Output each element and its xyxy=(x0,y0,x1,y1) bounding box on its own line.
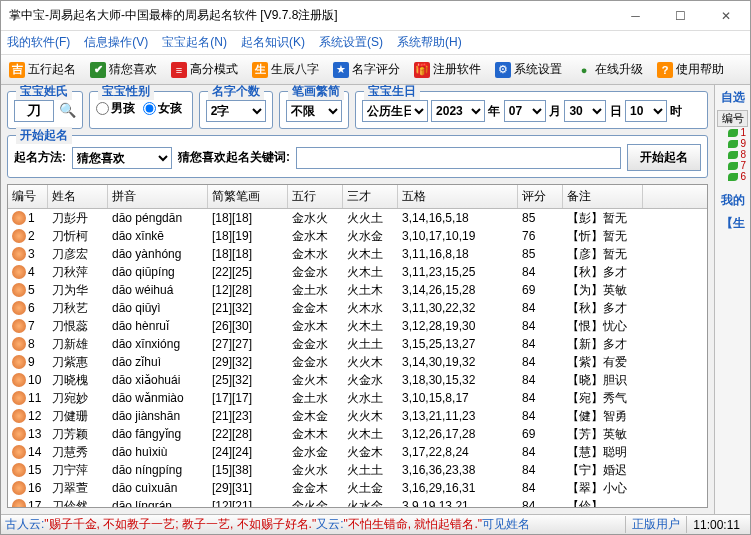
surname-group: 宝宝姓氏 🔍 xyxy=(7,91,83,129)
toolbar-生辰八字[interactable]: 生生辰八字 xyxy=(248,59,323,80)
fav-item[interactable]: 1 xyxy=(717,127,748,138)
名字评分-icon: ★ xyxy=(333,62,349,78)
fav-item[interactable]: 8 xyxy=(717,149,748,160)
col-header[interactable]: 五格 xyxy=(398,185,518,208)
table-row[interactable]: 2刀忻柯dāo xīnkē[18][19]金水木火水金3,10,17,10,19… xyxy=(8,227,707,245)
face-icon xyxy=(12,301,26,315)
table-row[interactable]: 17刀伶然dāo língrán[12][21]金火金火水金3,9,19,13,… xyxy=(8,497,707,507)
male-radio[interactable]: 男孩 xyxy=(96,100,135,117)
close-button[interactable]: ✕ xyxy=(703,2,748,30)
gender-group: 宝宝性别 男孩 女孩 xyxy=(89,91,192,129)
toolbar-注册软件[interactable]: 🎁注册软件 xyxy=(410,59,485,80)
col-header[interactable]: 编号 xyxy=(8,185,48,208)
face-icon xyxy=(12,319,26,333)
系统设置-icon: ⚙ xyxy=(495,62,511,78)
count-select[interactable]: 2字 xyxy=(206,100,266,122)
window-title: 掌中宝-周易起名大师-中国最棒的周易起名软件 [V9.7.8注册版] xyxy=(9,7,613,24)
face-icon xyxy=(12,247,26,261)
month-select[interactable]: 07 xyxy=(504,100,546,122)
menu-item[interactable]: 系统设置(S) xyxy=(319,34,383,51)
face-icon xyxy=(12,481,26,495)
高分模式-icon: ≡ xyxy=(171,62,187,78)
hour-select[interactable]: 10 xyxy=(625,100,667,122)
menu-item[interactable]: 起名知识(K) xyxy=(241,34,305,51)
year-select[interactable]: 2023 xyxy=(431,100,485,122)
face-icon xyxy=(12,355,26,369)
toolbar-高分模式[interactable]: ≡高分模式 xyxy=(167,59,242,80)
col-header[interactable]: 五行 xyxy=(288,185,343,208)
menu-item[interactable]: 我的软件(F) xyxy=(7,34,70,51)
table-row[interactable]: 14刀慧秀dāo huìxiù[24][24]金水金火金木3,17,22,8,2… xyxy=(8,443,707,461)
toolbar-五行起名[interactable]: 吉五行起名 xyxy=(5,59,80,80)
face-icon xyxy=(12,463,26,477)
col-header[interactable]: 备注 xyxy=(563,185,643,208)
menu-item[interactable]: 宝宝起名(N) xyxy=(162,34,227,51)
method-label: 起名方法: xyxy=(14,149,66,166)
table-row[interactable]: 7刀恨蕊dāo hènruǐ[26][30]金水木火木土3,12,28,19,3… xyxy=(8,317,707,335)
calendar-select[interactable]: 公历生日 xyxy=(362,100,428,122)
surname-input[interactable] xyxy=(14,100,54,122)
table-row[interactable]: 4刀秋萍dāo qiūpíng[22][25]金金水火木土3,11,23,15,… xyxy=(8,263,707,281)
face-icon xyxy=(12,445,26,459)
right-mine: 我的 xyxy=(717,192,748,209)
status-quote: 古人云:"赐子千金, 不如教子一艺; 教子一艺, 不如赐子好名."又云:"不怕生… xyxy=(5,516,625,533)
生辰八字-icon: 生 xyxy=(252,62,268,78)
toolbar-在线升级[interactable]: ●在线升级 xyxy=(572,59,647,80)
toolbar-使用帮助[interactable]: ?使用帮助 xyxy=(653,59,728,80)
face-icon xyxy=(12,211,26,225)
maximize-button[interactable]: ☐ xyxy=(658,2,703,30)
method-select[interactable]: 猜您喜欢 xyxy=(72,147,172,169)
toolbar-猜您喜欢[interactable]: ✔猜您喜欢 xyxy=(86,59,161,80)
使用帮助-icon: ? xyxy=(657,62,673,78)
status-reg: 正版用户 xyxy=(625,516,687,533)
face-icon xyxy=(12,265,26,279)
fav-item[interactable]: 7 xyxy=(717,160,748,171)
table-row[interactable]: 12刀健珊dāo jiànshān[21][23]金木金火火木3,13,21,1… xyxy=(8,407,707,425)
face-icon xyxy=(12,391,26,405)
face-icon xyxy=(12,229,26,243)
status-clock: 11:00:11 xyxy=(687,518,746,532)
trad-group: 笔画繁简 不限 xyxy=(279,91,349,129)
table-row[interactable]: 15刀宁萍dāo níngpíng[15][38]金火水火土土3,16,36,2… xyxy=(8,461,707,479)
table-row[interactable]: 1刀彭丹dāo péngdān[18][18]金水火火火土3,14,16,5,1… xyxy=(8,209,707,227)
day-select[interactable]: 30 xyxy=(564,100,606,122)
fav-item[interactable]: 6 xyxy=(717,171,748,182)
col-header[interactable]: 三才 xyxy=(343,185,398,208)
minimize-button[interactable]: ─ xyxy=(613,2,658,30)
trad-select[interactable]: 不限 xyxy=(286,100,342,122)
toolbar-名字评分[interactable]: ★名字评分 xyxy=(329,59,404,80)
col-header[interactable]: 姓名 xyxy=(48,185,108,208)
table-row[interactable]: 5刀为华dāo wéihuá[12][28]金土水火土木3,14,26,15,2… xyxy=(8,281,707,299)
col-header[interactable]: 简繁笔画 xyxy=(208,185,288,208)
keyword-input[interactable] xyxy=(296,147,621,169)
在线升级-icon: ● xyxy=(576,62,592,78)
right-col: 编号 xyxy=(717,110,748,127)
table-row[interactable]: 9刀紫惠dāo zǐhuì[29][32]金金水火火木3,14,30,19,32… xyxy=(8,353,707,371)
face-icon xyxy=(12,337,26,351)
table-row[interactable]: 3刀彦宏dāo yànhóng[18][18]金木水火木土3,11,16,8,1… xyxy=(8,245,707,263)
fav-item[interactable]: 9 xyxy=(717,138,748,149)
猜您喜欢-icon: ✔ xyxy=(90,62,106,78)
col-header[interactable]: 评分 xyxy=(518,185,563,208)
table-row[interactable]: 10刀晓槐dāo xiǎohuái[25][32]金火木火金水3,18,30,1… xyxy=(8,371,707,389)
birth-group: 宝宝生日 公历生日 2023 年 07 月 30 日 10 时 xyxy=(355,91,708,129)
search-icon[interactable]: 🔍 xyxy=(59,102,76,118)
results-table: 编号姓名拼音简繁笔画五行三才五格评分备注 1刀彭丹dāo péngdān[18]… xyxy=(7,184,708,508)
face-icon xyxy=(12,427,26,441)
table-row[interactable]: 6刀秋艺dāo qiūyì[21][32]金金木火木水3,11,30,22,32… xyxy=(8,299,707,317)
menu-item[interactable]: 信息操作(V) xyxy=(84,34,148,51)
table-row[interactable]: 16刀翠萱dāo cuìxuān[29][31]金金木火土金3,16,29,16… xyxy=(8,479,707,497)
table-row[interactable]: 11刀宛妙dāo wǎnmiào[17][17]金土水火水土3,10,15,8,… xyxy=(8,389,707,407)
count-group: 名字个数 2字 xyxy=(199,91,273,129)
female-radio[interactable]: 女孩 xyxy=(143,100,182,117)
face-icon xyxy=(12,283,26,297)
toolbar-系统设置[interactable]: ⚙系统设置 xyxy=(491,59,566,80)
start-button[interactable]: 开始起名 xyxy=(627,144,701,171)
face-icon xyxy=(12,499,26,507)
col-header[interactable]: 拼音 xyxy=(108,185,208,208)
menu-item[interactable]: 系统帮助(H) xyxy=(397,34,462,51)
table-row[interactable]: 8刀新雄dāo xīnxióng[27][27]金金水火土土3,15,25,13… xyxy=(8,335,707,353)
keyword-label: 猜您喜欢起名关键词: xyxy=(178,149,290,166)
注册软件-icon: 🎁 xyxy=(414,62,430,78)
table-row[interactable]: 13刀芳颖dāo fāngyǐng[22][28]金木木火木土3,12,26,1… xyxy=(8,425,707,443)
